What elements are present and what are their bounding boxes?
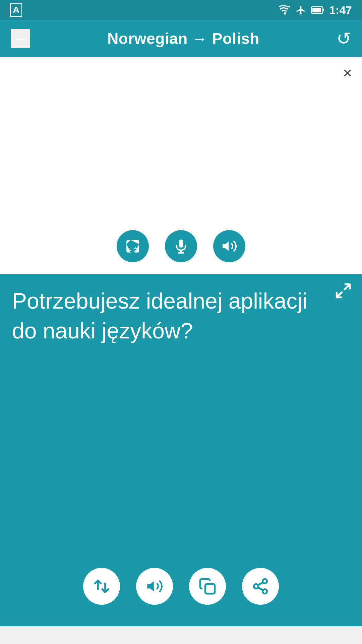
airplane-icon [296, 5, 306, 15]
copy-button[interactable] [189, 568, 226, 605]
expand-icon [335, 282, 352, 300]
input-section: × A 文 [0, 57, 362, 274]
svg-text:文: 文 [133, 247, 138, 252]
wifi-icon [279, 5, 291, 15]
reset-button[interactable]: ↺ [337, 30, 351, 47]
tts-source-button[interactable] [213, 230, 245, 262]
clear-button[interactable]: × [343, 65, 352, 80]
microphone-button[interactable] [165, 230, 197, 262]
status-bar: A 1:47 [0, 0, 362, 20]
camera-translate-icon: A 文 [124, 238, 141, 255]
svg-point-13 [254, 584, 258, 589]
status-bar-left: A [10, 3, 22, 17]
share-button[interactable] [242, 568, 279, 605]
source-text-input[interactable] [12, 69, 350, 223]
status-time: 1:47 [329, 4, 352, 17]
svg-marker-10 [147, 581, 154, 591]
svg-marker-9 [223, 241, 229, 251]
microphone-icon [173, 238, 189, 254]
svg-rect-3 [323, 9, 324, 11]
swap-languages-button[interactable] [83, 568, 120, 605]
input-actions: A 文 [12, 223, 350, 266]
back-button[interactable]: ← [11, 29, 30, 48]
svg-line-16 [258, 582, 263, 585]
svg-point-14 [263, 589, 267, 594]
speaker-icon [221, 238, 237, 254]
swap-icon [93, 578, 110, 595]
translated-text: Potrzebujesz idealnej aplikacji do nauki… [12, 286, 350, 561]
svg-point-12 [263, 579, 267, 583]
svg-rect-11 [205, 584, 215, 594]
app-icon: A [10, 3, 22, 17]
tts-translation-button[interactable] [136, 568, 173, 605]
translation-section: Potrzebujesz idealnej aplikacji do nauki… [0, 274, 362, 626]
camera-translate-button[interactable]: A 文 [117, 230, 149, 262]
svg-point-0 [284, 12, 286, 15]
translation-actions [12, 561, 350, 618]
expand-button[interactable] [335, 282, 352, 302]
status-bar-right: 1:47 [279, 4, 352, 17]
app-toolbar: ← Norwegian → Polish ↺ [0, 20, 362, 57]
audio-icon [146, 578, 163, 595]
copy-icon [199, 578, 216, 595]
svg-text:A: A [128, 247, 131, 252]
share-icon [252, 578, 269, 595]
battery-icon [311, 5, 324, 15]
svg-line-15 [258, 587, 263, 590]
svg-rect-2 [312, 8, 321, 12]
svg-rect-6 [179, 239, 183, 248]
toolbar-title: Norwegian → Polish [107, 30, 259, 48]
